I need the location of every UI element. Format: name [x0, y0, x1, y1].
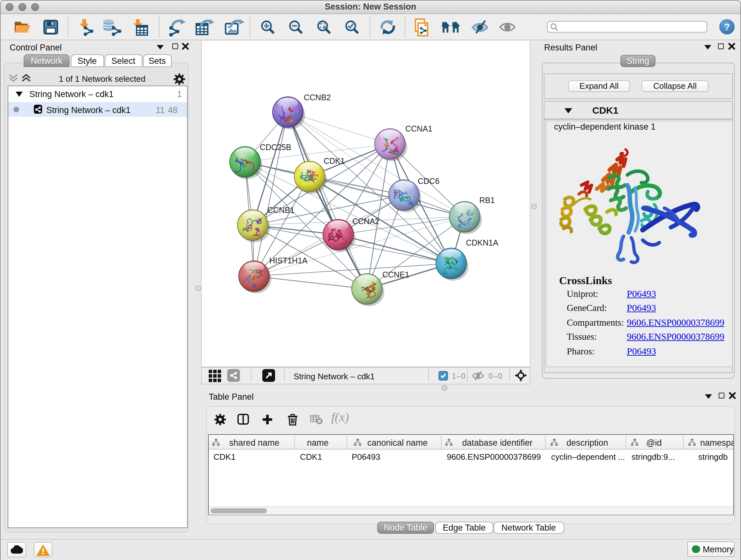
svg-text:CDC6: CDC6 [418, 176, 440, 185]
svg-text:CCNE1: CCNE1 [382, 270, 409, 279]
svg-text:HIST1H1A: HIST1H1A [269, 256, 308, 265]
svg-text:RB1: RB1 [479, 195, 495, 204]
svg-text:CDK1: CDK1 [324, 156, 345, 165]
svg-text:CDKN1A: CDKN1A [466, 238, 498, 247]
svg-text:CCNA1: CCNA1 [405, 124, 432, 133]
svg-text:CCNA2: CCNA2 [352, 216, 380, 226]
svg-text:CCNB2: CCNB2 [304, 92, 331, 102]
svg-text:CDC25B: CDC25B [260, 142, 291, 151]
svg-text:CCNB1: CCNB1 [267, 205, 294, 214]
